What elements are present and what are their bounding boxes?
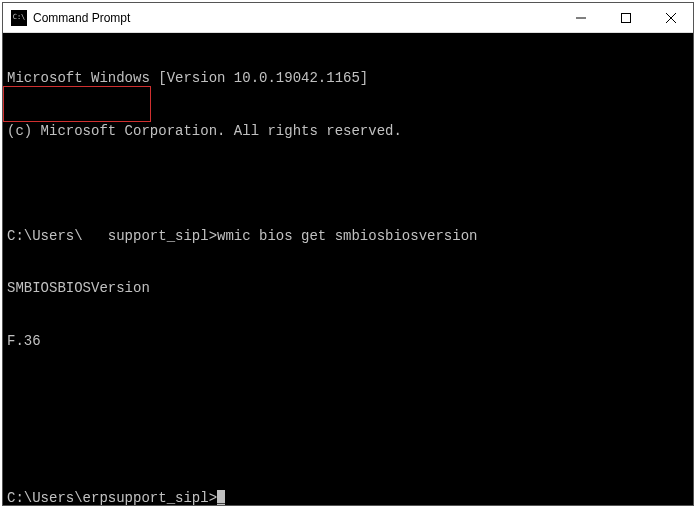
window-controls (558, 3, 693, 32)
terminal-line: F.36 (7, 333, 689, 351)
svg-rect-1 (621, 13, 630, 22)
minimize-icon (576, 13, 586, 23)
terminal-prompt: C:\Users\erpsupport_sipl> (7, 490, 217, 505)
terminal-cursor: _ (217, 490, 225, 505)
terminal-line: (c) Microsoft Corporation. All rights re… (7, 123, 689, 141)
terminal-line (7, 438, 689, 456)
window-title: Command Prompt (33, 11, 558, 25)
terminal-prompt-line: C:\Users\erpsupport_sipl>_ (7, 490, 689, 505)
minimize-button[interactable] (558, 3, 603, 32)
terminal-line: SMBIOSBIOSVersion (7, 280, 689, 298)
maximize-icon (621, 13, 631, 23)
close-icon (666, 13, 676, 23)
terminal-line: Microsoft Windows [Version 10.0.19042.11… (7, 70, 689, 88)
highlight-annotation (3, 86, 151, 122)
terminal-line (7, 175, 689, 193)
terminal-line (7, 385, 689, 403)
terminal-line: C:\Users\ support_sipl>wmic bios get smb… (7, 228, 689, 246)
titlebar[interactable]: C:\ Command Prompt (3, 3, 693, 33)
maximize-button[interactable] (603, 3, 648, 32)
terminal-output[interactable]: Microsoft Windows [Version 10.0.19042.11… (3, 33, 693, 505)
command-prompt-window: C:\ Command Prompt Microsoft Windows [Ve… (2, 2, 694, 506)
close-button[interactable] (648, 3, 693, 32)
cmd-icon-label: C:\ (13, 14, 26, 21)
cmd-icon: C:\ (11, 10, 27, 26)
